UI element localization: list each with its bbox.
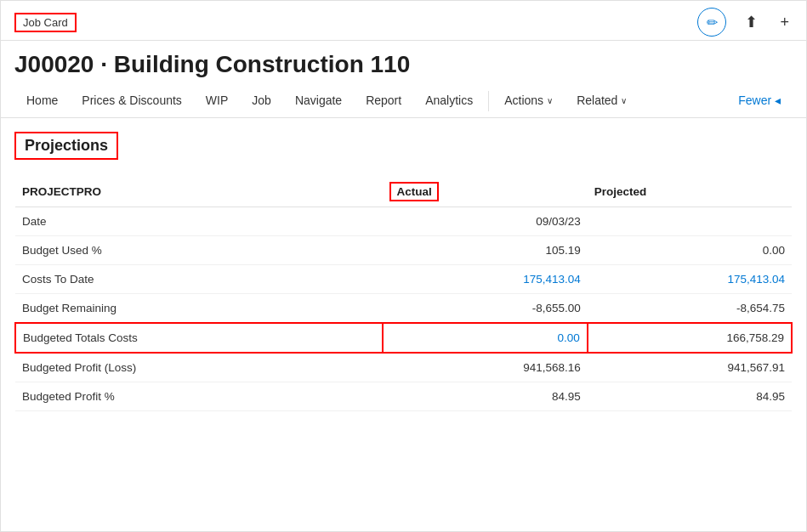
table-row: Budget Used % 105.19 0.00	[15, 236, 792, 265]
actions-chevron-icon: ∨	[547, 96, 553, 105]
table-row: Date 09/03/23	[15, 207, 792, 236]
header: Job Card ✏ ⬆ +	[1, 1, 806, 41]
table-row: Costs To Date 175,413.04 175,413.04	[15, 265, 792, 294]
share-icon: ⬆	[745, 14, 758, 31]
row-projected-value	[588, 207, 792, 236]
table-row: Budget Remaining -8,655.00 -8,654.75	[15, 294, 792, 324]
page-title: J00020 · Building Construction 110	[14, 51, 793, 78]
nav-fewer[interactable]: Fewer ◂	[726, 85, 793, 117]
row-label: Budgeted Totals Costs	[15, 323, 383, 353]
nav-item-report[interactable]: Report	[354, 85, 413, 117]
table-row: Budgeted Profit % 84.95 84.95	[15, 382, 792, 411]
col-header-projected: Projected	[588, 177, 792, 207]
col-header-actual: Actual	[383, 177, 587, 207]
row-label: Costs To Date	[15, 265, 383, 294]
row-actual-value[interactable]: 0.00	[383, 323, 587, 353]
job-card-label: Job Card	[14, 13, 77, 32]
projections-table: PROJECTPRO Actual Projected Date 09/03/2…	[14, 177, 793, 411]
table-row: Budgeted Profit (Loss) 941,568.16 941,56…	[15, 353, 792, 382]
actual-label-highlighted: Actual	[389, 182, 438, 201]
row-label: Budgeted Profit %	[15, 382, 383, 411]
projections-heading: Projections	[14, 132, 118, 160]
header-icons: ✏ ⬆ +	[697, 8, 793, 37]
row-label: Budget Remaining	[15, 294, 383, 324]
row-projected-value: 0.00	[588, 236, 792, 265]
row-projected-value: 941,567.91	[588, 353, 792, 382]
row-label: Date	[15, 207, 383, 236]
row-actual-value: 84.95	[383, 382, 587, 411]
nav-item-prices-discounts[interactable]: Prices & Discounts	[70, 85, 193, 117]
row-actual-value: 941,568.16	[383, 353, 587, 382]
row-actual-value[interactable]: 175,413.04	[383, 265, 587, 294]
content: Projections PROJECTPRO Actual Projected …	[1, 118, 806, 531]
row-label: Budgeted Profit (Loss)	[15, 353, 383, 382]
row-projected-value[interactable]: 175,413.04	[588, 265, 792, 294]
page-wrapper: Job Card ✏ ⬆ + J00020 · Building Constru…	[0, 0, 807, 532]
nav-separator	[488, 91, 489, 111]
add-button[interactable]: +	[776, 10, 793, 35]
nav-bar: Home Prices & Discounts WIP Job Navigate…	[1, 85, 806, 118]
edit-button[interactable]: ✏	[697, 8, 726, 37]
nav-item-related[interactable]: Related ∨	[565, 85, 639, 117]
nav-item-actions[interactable]: Actions ∨	[492, 85, 565, 117]
row-actual-value: 09/03/23	[383, 207, 587, 236]
nav-item-job[interactable]: Job	[240, 85, 283, 117]
nav-item-analytics[interactable]: Analytics	[413, 85, 485, 117]
nav-item-wip[interactable]: WIP	[194, 85, 240, 117]
row-actual-value: 105.19	[383, 236, 587, 265]
row-projected-value: -8,654.75	[588, 294, 792, 324]
col-header-label: PROJECTPRO	[15, 177, 383, 207]
nav-item-home[interactable]: Home	[14, 85, 70, 117]
nav-item-navigate[interactable]: Navigate	[283, 85, 354, 117]
edit-icon: ✏	[707, 14, 718, 31]
row-projected-value: 84.95	[588, 382, 792, 411]
related-chevron-icon: ∨	[621, 96, 627, 105]
plus-icon: +	[780, 14, 789, 31]
table-row-budgeted-totals: Budgeted Totals Costs 0.00 166,758.29	[15, 323, 792, 353]
row-actual-value: -8,655.00	[383, 294, 587, 324]
row-projected-value: 166,758.29	[588, 323, 792, 353]
share-button[interactable]: ⬆	[742, 9, 761, 35]
row-label: Budget Used %	[15, 236, 383, 265]
table-header-row: PROJECTPRO Actual Projected	[15, 177, 792, 207]
page-title-area: J00020 · Building Construction 110	[1, 41, 806, 85]
